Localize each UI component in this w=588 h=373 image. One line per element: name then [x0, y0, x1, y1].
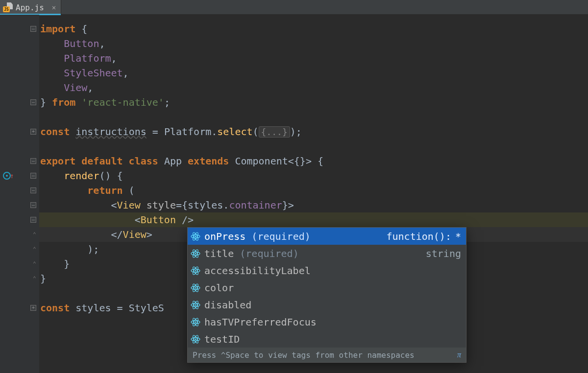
react-icon	[191, 317, 200, 327]
react-icon	[191, 232, 200, 241]
gutter-line	[0, 36, 39, 51]
gutter-line	[0, 110, 39, 124]
gutter-line: ↑	[0, 168, 39, 183]
gutter-line	[0, 183, 39, 198]
completion-footer-text: Press ^Space to view tags from other nam…	[193, 350, 415, 360]
tab-app-js[interactable]: JS App.js ✕	[0, 0, 61, 15]
code-line[interactable]: render() {	[39, 168, 588, 183]
completion-item[interactable]: hasTVPreferredFocus	[188, 313, 466, 330]
code-completion-popup[interactable]: onPress (required)function(): *title (re…	[187, 227, 466, 363]
code-line[interactable]: <Button />	[39, 212, 588, 227]
completion-item[interactable]: disabled	[188, 296, 466, 313]
fold-collapse-icon[interactable]	[30, 99, 36, 105]
gutter-line	[0, 286, 39, 301]
code-line[interactable]: <View style={styles.container}>	[39, 198, 588, 212]
code-line[interactable]: export default class App extends Compone…	[39, 154, 588, 168]
fold-collapse-icon[interactable]	[30, 217, 36, 223]
gutter-line: ⌃	[0, 227, 39, 242]
gutter-line	[0, 80, 39, 95]
gutter-line: ⌃	[0, 256, 39, 271]
fold-collapse-icon[interactable]	[30, 187, 36, 193]
completion-item-label: title (required)	[204, 248, 422, 259]
completion-item[interactable]: accessibilityLabel	[188, 262, 466, 279]
fold-end-icon: ⌃	[33, 231, 36, 238]
fold-collapse-icon[interactable]	[30, 202, 36, 208]
code-line[interactable]: StyleSheet,	[39, 66, 588, 80]
gutter-line	[0, 22, 39, 36]
override-marker-icon[interactable]: ↑	[3, 172, 14, 180]
code-line[interactable]	[39, 110, 588, 124]
code-line[interactable]	[39, 139, 588, 154]
js-file-icon: JS	[3, 2, 13, 12]
completion-item-type: function():	[387, 231, 451, 242]
folded-region[interactable]: {...}	[259, 126, 290, 138]
tab-bar: JS App.js ✕	[0, 0, 588, 15]
fold-end-icon: ⌃	[33, 246, 36, 253]
completion-item-label: accessibilityLabel	[204, 265, 461, 277]
code-editor[interactable]: ↑⌃⌃⌃⌃ import { Button, Platform, StyleSh…	[0, 15, 588, 373]
gutter-line	[0, 95, 39, 110]
gutter-line: ⌃	[0, 242, 39, 256]
gutter-line	[0, 212, 39, 227]
code-line[interactable]: Button,	[39, 36, 588, 51]
fold-end-icon: ⌃	[33, 275, 36, 282]
fold-end-icon: ⌃	[33, 260, 36, 267]
fold-collapse-icon[interactable]	[30, 158, 36, 164]
react-icon	[191, 334, 200, 344]
code-line[interactable]: return (	[39, 183, 588, 198]
gutter-line	[0, 154, 39, 168]
completion-item[interactable]: color	[188, 279, 466, 296]
close-icon[interactable]: ✕	[52, 3, 56, 11]
fold-collapse-icon[interactable]	[30, 26, 36, 32]
completion-item[interactable]: title (required)string	[188, 245, 466, 262]
completion-item-label: disabled	[204, 299, 461, 311]
code-line[interactable]: } from 'react-native';	[39, 95, 588, 110]
completion-item[interactable]: testID	[188, 330, 466, 348]
react-icon	[191, 300, 200, 310]
tab-filename: App.js	[16, 3, 44, 12]
react-icon	[191, 249, 200, 258]
pi-icon[interactable]: π	[457, 350, 461, 359]
gutter-line	[0, 198, 39, 212]
completion-item-type: string	[426, 248, 461, 259]
gutter-line	[0, 139, 39, 154]
completion-item-label: hasTVPreferredFocus	[204, 316, 461, 328]
react-icon	[191, 266, 200, 276]
gutter-line	[0, 124, 39, 139]
fold-collapse-icon[interactable]	[30, 173, 36, 179]
code-line[interactable]: const instructions = Platform.select({..…	[39, 124, 588, 139]
completion-item-label: testID	[204, 333, 461, 345]
react-icon	[191, 283, 200, 293]
completion-item-label: onPress (required)	[204, 231, 383, 242]
gutter-line	[0, 51, 39, 66]
gutter-line	[0, 301, 39, 315]
gutter-line: ⌃	[0, 271, 39, 286]
completion-item-label: color	[204, 282, 461, 294]
gutter-line	[0, 66, 39, 80]
fold-expand-icon[interactable]	[30, 129, 36, 135]
code-line[interactable]: Platform,	[39, 51, 588, 66]
fold-expand-icon[interactable]	[30, 305, 36, 311]
gutter: ↑⌃⌃⌃⌃	[0, 15, 39, 373]
completion-item[interactable]: onPress (required)function(): *	[188, 228, 466, 245]
code-line[interactable]: import {	[39, 22, 588, 36]
code-line[interactable]: View,	[39, 80, 588, 95]
completion-footer: Press ^Space to view tags from other nam…	[188, 348, 466, 362]
